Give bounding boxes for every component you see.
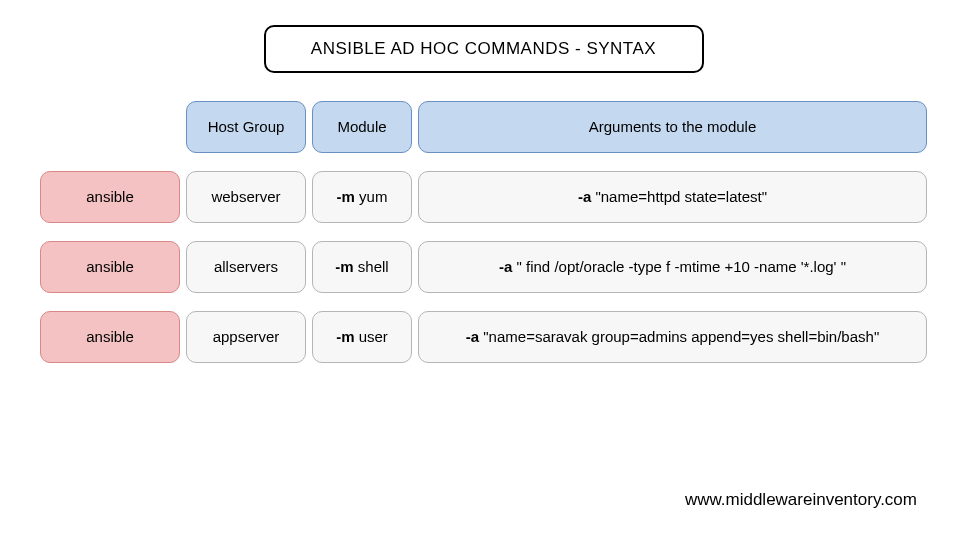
module-name: yum [359, 188, 387, 205]
header-host-group: Host Group [186, 101, 306, 153]
module-name: user [359, 328, 388, 345]
module-flag: -m [335, 258, 353, 275]
header-spacer [40, 101, 180, 153]
module-name: shell [358, 258, 389, 275]
module-cell: -m user [312, 311, 412, 363]
module-cell: -m yum [312, 171, 412, 223]
args-flag: -a [578, 188, 591, 205]
module-flag: -m [337, 188, 355, 205]
header-arguments: Arguments to the module [418, 101, 927, 153]
args-flag: -a [499, 258, 512, 275]
command-cell: ansible [40, 241, 180, 293]
example-row: ansible webserver -m yum -a "name=httpd … [40, 171, 927, 223]
attribution-link: www.middlewareinventory.com [685, 490, 917, 510]
arguments-cell: -a " find /opt/oracle -type f -mtime +10… [418, 241, 927, 293]
module-cell: -m shell [312, 241, 412, 293]
arguments-cell: -a "name=saravak group=admins append=yes… [418, 311, 927, 363]
args-value: "name=saravak group=admins append=yes sh… [483, 328, 879, 345]
host-group-cell: webserver [186, 171, 306, 223]
example-row: ansible appserver -m user -a "name=sarav… [40, 311, 927, 363]
args-flag: -a [466, 328, 479, 345]
arguments-cell: -a "name=httpd state=latest" [418, 171, 927, 223]
header-module: Module [312, 101, 412, 153]
header-row: Host Group Module Arguments to the modul… [40, 101, 927, 153]
module-flag: -m [336, 328, 354, 345]
command-cell: ansible [40, 171, 180, 223]
example-row: ansible allservers -m shell -a " find /o… [40, 241, 927, 293]
diagram-title: ANSIBLE AD HOC COMMANDS - SYNTAX [264, 25, 704, 73]
args-value: "name=httpd state=latest" [595, 188, 767, 205]
host-group-cell: allservers [186, 241, 306, 293]
command-cell: ansible [40, 311, 180, 363]
args-value: " find /opt/oracle -type f -mtime +10 -n… [517, 258, 846, 275]
syntax-grid: Host Group Module Arguments to the modul… [40, 101, 927, 363]
host-group-cell: appserver [186, 311, 306, 363]
